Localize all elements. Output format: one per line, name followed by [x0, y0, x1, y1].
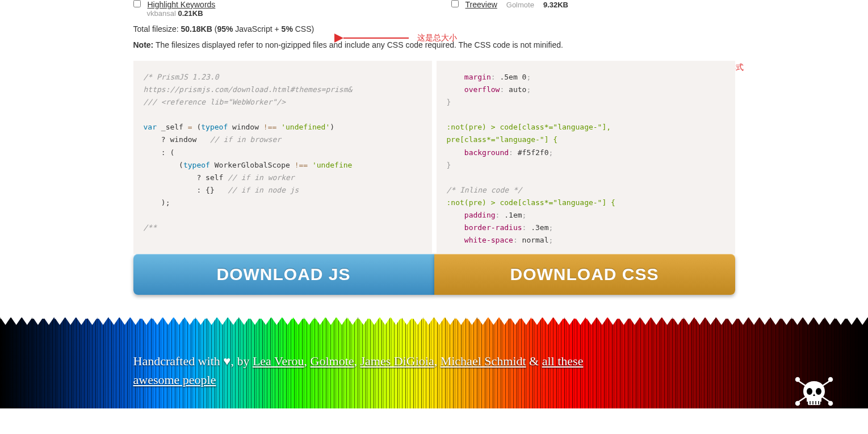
svg-point-9: [807, 388, 812, 395]
code-panel-css[interactable]: margin: .5em 0; overflow: auto; } :not(p…: [437, 61, 735, 254]
download-css-button[interactable]: DOWNLOAD CSS: [434, 254, 735, 295]
plugin-author: vkbansal: [147, 9, 176, 18]
arrow-icon: [338, 30, 412, 47]
heart-icon: ♥: [223, 354, 230, 368]
plugin-size: 0.21KB: [178, 9, 203, 18]
svg-point-5: [829, 378, 832, 381]
skull-icon: [794, 374, 834, 408]
credit-link[interactable]: James DiGioia: [360, 354, 434, 368]
svg-point-6: [796, 402, 799, 405]
download-js-button[interactable]: DOWNLOAD JS: [133, 254, 434, 295]
svg-point-10: [816, 388, 821, 395]
plugin-author: Golmote: [506, 1, 534, 9]
svg-point-4: [796, 378, 799, 381]
footer-credits: Handcrafted with ♥, by Lea Verou, Golmot…: [122, 352, 747, 389]
annotation-total: 这是总大小: [417, 33, 457, 43]
plugin-link-highlight-keywords[interactable]: Highlight Keywords: [148, 0, 216, 9]
svg-point-7: [829, 402, 832, 405]
plugin-size: 9.32KB: [543, 1, 568, 9]
credit-link[interactable]: Michael Schmidt: [441, 354, 526, 368]
footer: Handcrafted with ♥, by Lea Verou, Golmot…: [0, 318, 868, 408]
total-filesize-line: Total filesize: 50.18KB (95% JavaScript …: [133, 24, 735, 34]
plugin-checkbox-highlight-keywords[interactable]: [133, 0, 141, 7]
plugin-link-treeview[interactable]: Treeview: [466, 0, 497, 9]
credit-link[interactable]: Lea Verou: [253, 354, 304, 368]
code-panel-js[interactable]: /* PrismJS 1.23.0 https://prismjs.com/do…: [133, 61, 432, 254]
plugin-checkbox-treeview[interactable]: [451, 0, 459, 7]
credit-link[interactable]: Golmote: [311, 354, 354, 368]
